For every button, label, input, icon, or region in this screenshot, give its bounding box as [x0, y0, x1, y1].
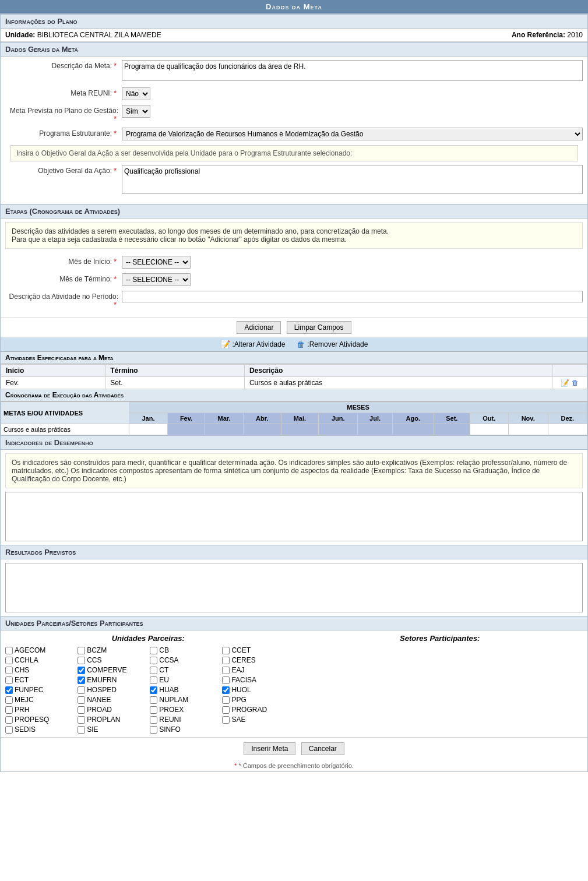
col-termino: Término: [105, 365, 245, 377]
ativ-descricao: Cursos e aulas práticas: [244, 377, 552, 389]
info-box: Insira o Objetivo Geral da Ação a ser de…: [10, 145, 578, 161]
checkbox-sae-input[interactable]: [222, 716, 230, 724]
checkbox-ect-input[interactable]: [5, 676, 13, 684]
atividades-table-header: Atividades Especificadas para a Meta: [1, 352, 587, 364]
checkbox-proplan-input[interactable]: [78, 716, 85, 724]
checkbox-mejc-input[interactable]: [5, 696, 13, 704]
checkbox-prograd: PROGRAD: [222, 706, 291, 714]
checkbox-proex-input[interactable]: [150, 706, 157, 714]
mes-termino-select[interactable]: -- SELECIONE -- Jan.Fev.Mar. Abr.Mai.Jun…: [122, 273, 191, 286]
checkbox-cchla-input[interactable]: [5, 657, 13, 664]
checkbox-reuni-input[interactable]: [150, 716, 157, 724]
checkbox-ct: CT: [150, 666, 219, 674]
indicadores-textarea[interactable]: [6, 492, 582, 539]
checkbox-cb-input[interactable]: [150, 647, 157, 654]
checkbox-eaj: EAJ: [222, 666, 291, 674]
checkbox-sinfo-input[interactable]: [150, 726, 157, 734]
descricao-textarea[interactable]: Programa de qualificação dos funcionário…: [122, 60, 583, 81]
checkbox-huol-input[interactable]: [222, 686, 230, 694]
checkbox-prh-label: PRH: [15, 706, 29, 714]
cron-fev: [167, 424, 205, 435]
limpar-button[interactable]: Limpar Campos: [287, 321, 351, 334]
meta-plano-select[interactable]: Sim Não: [122, 105, 150, 118]
checkbox-bczm-input[interactable]: [78, 647, 85, 654]
meta-plano-row: Meta Prevista no Plano de Gestão: * Sim …: [5, 105, 583, 123]
objetivo-textarea[interactable]: Qualificação profissional: [122, 165, 583, 194]
meta-plano-label: Meta Prevista no Plano de Gestão: *: [5, 105, 122, 123]
setores-participantes-container: Setores Participantes:: [297, 634, 583, 734]
checkbox-nanee: NANEE: [78, 696, 146, 704]
ativ-termino: Set.: [105, 377, 245, 389]
required-star: *: [114, 62, 117, 70]
remover-icon: 🗑: [297, 340, 305, 349]
mes-inicio-select[interactable]: -- SELECIONE -- Jan.Fev.Mar. Abr.Mai.Jun…: [122, 256, 191, 269]
remover-atividade[interactable]: 🗑 :Remover Atividade: [297, 340, 368, 349]
alterar-atividade[interactable]: 📝 :Alterar Atividade: [220, 340, 286, 349]
checkbox-huab-input[interactable]: [150, 686, 157, 694]
checkbox-cchla-label: CCHLA: [15, 656, 38, 664]
checkbox-huab: HUAB: [150, 686, 219, 694]
checkbox-hosped-input[interactable]: [78, 686, 85, 694]
programa-label: Programa Estruturante: *: [5, 128, 122, 138]
objetivo-label: Objetivo Geral da Ação: *: [5, 165, 122, 175]
page-title: Dados da Meta: [0, 0, 588, 13]
adicionar-button[interactable]: Adicionar: [237, 321, 281, 334]
checkbox-facisa-input[interactable]: [222, 676, 230, 684]
checkbox-bczm-label: BCZM: [87, 646, 107, 654]
mandatory-star: *: [234, 762, 237, 769]
month-ago: Ago.: [392, 413, 434, 424]
checkbox-ceres-label: CERES: [231, 656, 255, 664]
dados-gerais-header: Dados Gerais da Meta: [1, 42, 587, 57]
table-row: Fev. Set. Cursos e aulas práticas 📝 🗑: [1, 377, 587, 389]
checkbox-huol-label: HUOL: [231, 686, 251, 694]
checkbox-funpec-input[interactable]: [5, 686, 13, 694]
ativ-remove-icon[interactable]: 🗑: [572, 379, 579, 387]
descricao-periodo-input[interactable]: [122, 291, 583, 302]
checkbox-sie-input[interactable]: [78, 726, 85, 734]
checkbox-prh-input[interactable]: [5, 706, 13, 714]
mes-inicio-row: Mês de Início: * -- SELECIONE -- Jan.Fev…: [5, 256, 583, 269]
checkbox-proad-input[interactable]: [78, 706, 85, 714]
checkbox-emufrn-input[interactable]: [78, 676, 85, 684]
descricao-periodo-row: Descrição da Atividade no Período: *: [5, 291, 583, 309]
checkbox-chs-input[interactable]: [5, 667, 13, 674]
checkbox-prograd-input[interactable]: [222, 706, 230, 714]
checkbox-nuplam-input[interactable]: [150, 696, 157, 704]
checkbox-eu-input[interactable]: [150, 676, 157, 684]
checkbox-sie: SIE: [78, 725, 146, 734]
ativ-edit-icon[interactable]: 📝: [561, 379, 569, 387]
unidades-grid: Unidades Parceiras: AGECOM BCZM: [5, 634, 583, 734]
checkbox-agecom-label: AGECOM: [15, 646, 45, 654]
checkbox-agecom-input[interactable]: [5, 647, 13, 654]
checkbox-ccet-input[interactable]: [222, 647, 230, 654]
resultados-textarea[interactable]: [6, 563, 582, 610]
checkbox-ccs-input[interactable]: [78, 657, 85, 664]
checkbox-ct-label: CT: [159, 666, 168, 674]
checkbox-comperve-input[interactable]: [78, 667, 85, 674]
checkbox-ccs-label: CCS: [87, 656, 101, 664]
col-inicio: Início: [1, 365, 105, 377]
cron-jan: [129, 424, 168, 435]
checkbox-prh: PRH: [5, 706, 74, 714]
checkbox-ct-input[interactable]: [150, 667, 157, 674]
meta-reuni-select[interactable]: Não Sim: [122, 87, 150, 100]
inserir-meta-button[interactable]: Inserir Meta: [244, 742, 295, 755]
checkbox-sedis-input[interactable]: [5, 726, 13, 734]
checkbox-huol: HUOL: [222, 686, 291, 694]
checkbox-ppg-input[interactable]: [222, 696, 230, 704]
col-actions: [552, 365, 587, 377]
checkbox-mejc-label: MEJC: [15, 696, 34, 704]
programa-select[interactable]: Programa de Valorização de Recursos Huma…: [122, 128, 583, 140]
checkbox-ceres-input[interactable]: [222, 657, 230, 664]
checkbox-sae-label: SAE: [231, 716, 245, 724]
month-mai: Mai.: [281, 413, 319, 424]
checkbox-eaj-input[interactable]: [222, 667, 230, 674]
checkbox-nanee-input[interactable]: [78, 696, 85, 704]
descricao-row: Descrição da Meta: * Programa de qualifi…: [5, 60, 583, 83]
checkbox-ccsa-input[interactable]: [150, 657, 157, 664]
cancelar-button[interactable]: Cancelar: [301, 742, 344, 755]
checkbox-bczm: BCZM: [78, 646, 146, 654]
checkbox-proex: PROEX: [150, 706, 219, 714]
checkbox-propesq-input[interactable]: [5, 716, 13, 724]
month-set: Set.: [434, 413, 470, 424]
